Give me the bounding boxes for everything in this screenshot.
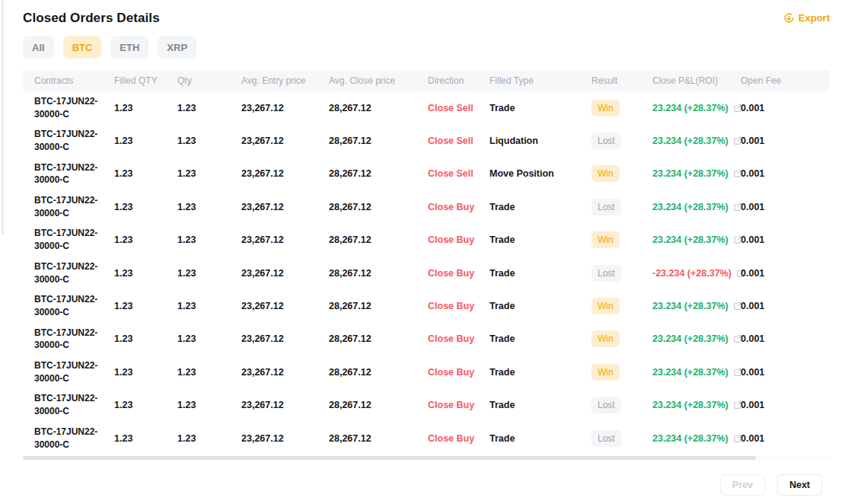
column-header: Qty: [177, 75, 241, 86]
cell-avg-close-price: 28,267.12: [329, 333, 428, 344]
cell-result: Lost: [592, 132, 652, 149]
cell-open-fee: 0.001: [741, 168, 818, 179]
filter-tab-eth[interactable]: ETH: [110, 36, 148, 59]
cell-avg-close-price: 28,267.12: [329, 136, 428, 146]
column-header: Result: [592, 75, 652, 86]
cell-filled-qty: 1.23: [114, 433, 177, 444]
cell-avg-entry-price: 23,267.12: [241, 136, 329, 146]
cell-qty: 1.23: [177, 433, 241, 444]
cell-open-fee: 0.001: [741, 367, 818, 378]
cell-contracts: BTC-17JUN22-30000-C: [34, 161, 114, 187]
cell-contracts: BTC-17JUN22-30000-C: [34, 359, 114, 385]
cell-filled-qty: 1.23: [114, 136, 177, 146]
cell-avg-entry-price: 23,267.12: [241, 103, 329, 113]
cell-open-fee: 0.001: [741, 268, 818, 279]
filter-tab-btc[interactable]: BTC: [63, 36, 102, 59]
cell-filled-qty: 1.23: [114, 202, 177, 212]
cell-avg-close-price: 28,267.12: [329, 268, 428, 279]
pnl-value: 23.234 (+28.37%): [652, 234, 729, 245]
table-row: BTC-17JUN22-30000-C 1.23 1.23 23,267.12 …: [23, 91, 830, 124]
cell-open-fee: 0.001: [741, 301, 818, 311]
cell-filled-qty: 1.23: [114, 103, 177, 113]
panel-header: Closed Orders Details Export: [23, 11, 830, 26]
pnl-value: 23.234 (+28.37%): [652, 400, 729, 410]
cell-filled-type: Trade: [489, 333, 592, 344]
cell-result: Win: [592, 165, 652, 182]
cell-qty: 1.23: [177, 367, 241, 378]
column-header: Filled QTY: [114, 75, 177, 86]
cell-avg-entry-price: 23,267.12: [241, 202, 329, 212]
prev-button[interactable]: Prev: [720, 474, 765, 496]
cell-avg-close-price: 28,267.12: [329, 400, 428, 410]
pnl-value: -23.234 (+28.37%): [652, 268, 732, 279]
cell-result: Win: [592, 298, 652, 314]
page-scrollbar[interactable]: [2, 0, 4, 234]
cell-open-fee: 0.001: [741, 400, 818, 410]
filter-tab-xrp[interactable]: XRP: [158, 36, 196, 59]
column-header: Avg. Entry price: [241, 75, 329, 86]
cell-filled-qty: 1.23: [114, 234, 177, 245]
scrollbar-thumb[interactable]: [23, 456, 756, 460]
cell-pnl: 23.234 (+28.37%): [652, 400, 741, 410]
cell-contracts: BTC-17JUN22-30000-C: [34, 392, 114, 418]
cell-filled-qty: 1.23: [114, 301, 177, 311]
cell-direction: Close Buy: [428, 234, 489, 245]
pnl-value: 23.234 (+28.37%): [652, 333, 729, 344]
cell-qty: 1.23: [177, 234, 241, 245]
export-button[interactable]: Export: [783, 12, 830, 24]
cell-avg-entry-price: 23,267.12: [241, 400, 329, 410]
cell-direction: Close Buy: [428, 333, 489, 344]
column-header: Close P&L(ROI): [652, 75, 741, 86]
column-header: Filled Type: [489, 75, 592, 86]
cell-avg-entry-price: 23,267.12: [241, 234, 329, 245]
cell-avg-entry-price: 23,267.12: [241, 433, 329, 444]
cell-direction: Close Buy: [428, 202, 489, 212]
cell-filled-qty: 1.23: [114, 168, 177, 179]
next-button[interactable]: Next: [777, 474, 822, 496]
cell-filled-type: Trade: [489, 103, 592, 113]
cell-avg-close-price: 28,267.12: [329, 301, 428, 311]
result-badge: Lost: [592, 265, 621, 282]
result-badge: Win: [592, 165, 620, 182]
cell-filled-type: Trade: [489, 400, 592, 410]
cell-direction: Close Buy: [428, 433, 489, 444]
table-row: BTC-17JUN22-30000-C 1.23 1.23 23,267.12 …: [23, 389, 830, 422]
cell-qty: 1.23: [177, 103, 241, 113]
cell-pnl: 23.234 (+28.37%): [652, 333, 741, 344]
cell-contracts: BTC-17JUN22-30000-C: [34, 227, 114, 253]
column-header: Avg. Close price: [329, 75, 428, 86]
cell-direction: Close Sell: [428, 103, 489, 113]
cell-open-fee: 0.001: [741, 433, 818, 444]
cell-qty: 1.23: [177, 168, 241, 179]
table-row: BTC-17JUN22-30000-C 1.23 1.23 23,267.12 …: [23, 323, 830, 356]
cell-filled-type: Trade: [489, 234, 592, 245]
cell-result: Lost: [592, 397, 652, 413]
cell-result: Lost: [592, 199, 652, 215]
table-body: BTC-17JUN22-30000-C 1.23 1.23 23,267.12 …: [23, 91, 830, 455]
cell-avg-entry-price: 23,267.12: [241, 367, 329, 378]
cell-pnl: 23.234 (+28.37%): [652, 433, 741, 444]
cell-result: Win: [592, 364, 652, 381]
filter-tab-all[interactable]: All: [23, 36, 54, 59]
result-badge: Lost: [592, 132, 621, 149]
horizontal-scrollbar[interactable]: [23, 456, 830, 460]
cell-contracts: BTC-17JUN22-30000-C: [34, 327, 114, 352]
cell-avg-close-price: 28,267.12: [329, 168, 428, 179]
cell-qty: 1.23: [177, 400, 241, 410]
page-title: Closed Orders Details: [23, 11, 160, 26]
cell-filled-type: Trade: [489, 367, 592, 378]
pnl-value: 23.234 (+28.37%): [652, 367, 729, 378]
table-row: BTC-17JUN22-30000-C 1.23 1.23 23,267.12 …: [23, 422, 830, 455]
pnl-value: 23.234 (+28.37%): [652, 168, 729, 179]
pnl-value: 23.234 (+28.37%): [652, 136, 729, 146]
cell-direction: Close Sell: [428, 136, 489, 146]
cell-filled-type: Liqudation: [489, 136, 592, 146]
result-badge: Win: [592, 330, 620, 347]
cell-pnl: 23.234 (+28.37%): [652, 103, 741, 113]
result-badge: Win: [592, 100, 620, 116]
cell-qty: 1.23: [177, 268, 241, 279]
column-header: Direction: [428, 75, 489, 86]
cell-result: Win: [592, 330, 652, 347]
cell-qty: 1.23: [177, 136, 241, 146]
cell-pnl: 23.234 (+28.37%): [652, 136, 741, 146]
